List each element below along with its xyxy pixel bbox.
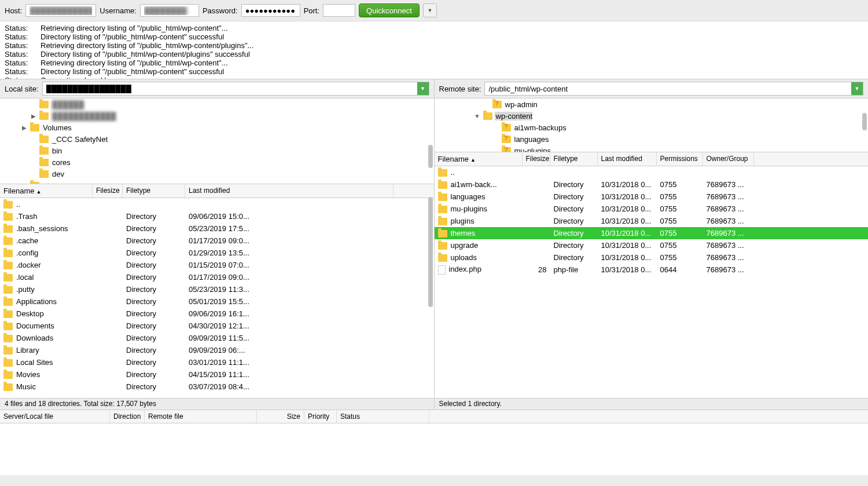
file-row[interactable]: Local SitesDirectory03/01/2019 11:1...: [0, 356, 434, 368]
tree-item[interactable]: ▶bin: [0, 145, 434, 156]
remote-site-input[interactable]: [485, 82, 851, 95]
tree-item-label: _CCC SafetyNet: [51, 135, 108, 144]
chevron-down-icon: ▼: [427, 8, 432, 13]
col-priority[interactable]: Priority: [304, 410, 337, 423]
scrollbar-thumb[interactable]: [862, 113, 867, 130]
file-row[interactable]: ..: [0, 198, 434, 210]
local-tree[interactable]: ▶██████▶████████████▶Volumes▶_CCC Safety…: [0, 98, 434, 184]
file-row[interactable]: pluginsDirectory10/31/2018 0...075576896…: [435, 215, 869, 227]
local-site-input[interactable]: [43, 82, 417, 95]
col-filename[interactable]: Filename▲: [435, 152, 523, 166]
tree-item[interactable]: ▶wp-admin: [435, 98, 869, 110]
col-filetype[interactable]: Filetype: [550, 152, 598, 166]
tree-item[interactable]: ▶languages: [435, 133, 869, 145]
file-row[interactable]: DesktopDirectory09/06/2019 16:1...: [0, 308, 434, 320]
col-filesize[interactable]: Filesize: [523, 152, 550, 166]
col-direction[interactable]: Direction: [110, 410, 145, 423]
username-input[interactable]: [140, 4, 199, 17]
col-status[interactable]: Status: [337, 410, 429, 423]
password-input[interactable]: [241, 4, 300, 17]
quickconnect-history-dropdown[interactable]: ▼: [423, 3, 437, 17]
folder-icon: [3, 201, 13, 209]
log-message: Retrieving directory listing of "/public…: [41, 59, 228, 67]
port-label: Port:: [304, 6, 319, 15]
host-input[interactable]: [25, 4, 96, 17]
tree-item[interactable]: ▶mu-plugins: [435, 145, 869, 152]
cell-filetype: Directory: [550, 179, 598, 190]
remote-tree[interactable]: ▶wp-admin▼wp-content▶ai1wm-backups▶langu…: [435, 98, 869, 152]
folder-icon: [3, 262, 13, 269]
file-row[interactable]: .localDirectory01/17/2019 09:0...: [0, 271, 434, 283]
scrollbar-thumb[interactable]: [428, 145, 433, 168]
tree-item[interactable]: ▶cores: [0, 156, 434, 168]
port-input[interactable]: [323, 4, 355, 17]
file-row[interactable]: .puttyDirectory05/23/2019 11:3...: [0, 283, 434, 295]
cell-filetype: Directory: [550, 203, 598, 214]
tree-item[interactable]: ▶Volumes: [0, 122, 434, 133]
cell-filename: .docker: [0, 260, 93, 271]
local-file-list[interactable]: Filename▲ Filesize Filetype Last modifie…: [0, 184, 434, 398]
file-row[interactable]: languagesDirectory10/31/2018 0...0755768…: [435, 191, 869, 203]
file-row[interactable]: ai1wm-back...Directory10/31/2018 0...075…: [435, 178, 869, 191]
col-filetype[interactable]: Filetype: [123, 184, 185, 198]
tree-item[interactable]: ▶████████████: [0, 110, 434, 122]
tree-item-label: ai1wm-backups: [513, 123, 567, 132]
chevron-down-icon[interactable]: ▼: [474, 113, 481, 119]
file-row[interactable]: index.php28php-file10/31/2018 0...064476…: [435, 264, 869, 276]
tree-item[interactable]: ▶dev: [0, 168, 434, 180]
quickconnect-button[interactable]: Quickconnect: [359, 3, 420, 17]
tree-item[interactable]: ▶ai1wm-backups: [435, 122, 869, 133]
cell-modified: 04/30/2019 12:1...: [185, 320, 393, 331]
col-filename[interactable]: Filename▲: [0, 184, 93, 198]
col-server-local[interactable]: Server/Local file: [0, 410, 110, 423]
local-site-dropdown[interactable]: ▼: [417, 82, 429, 95]
transfer-queue[interactable]: Server/Local file Direction Remote file …: [0, 410, 868, 475]
cell-modified: [185, 203, 393, 206]
cell-filesize: [523, 196, 550, 198]
file-row[interactable]: MusicDirectory03/07/2019 08:4...: [0, 381, 434, 393]
col-filesize[interactable]: Filesize: [93, 184, 123, 198]
sort-asc-icon: ▲: [36, 189, 41, 195]
cell-modified: 09/06/2019 15:0...: [185, 211, 393, 222]
file-row[interactable]: DownloadsDirectory09/09/2019 11:5...: [0, 332, 434, 344]
remote-file-list[interactable]: Filename▲ Filesize Filetype Last modifie…: [435, 152, 869, 398]
file-row[interactable]: DocumentsDirectory04/30/2019 12:1...: [0, 320, 434, 332]
file-row[interactable]: ..: [435, 166, 869, 178]
file-row[interactable]: .cacheDirectory01/17/2019 09:0...: [0, 235, 434, 247]
chevron-right-icon[interactable]: ▶: [30, 113, 37, 119]
cell-filetype: Directory: [123, 369, 185, 380]
remote-site-dropdown[interactable]: ▼: [851, 82, 863, 95]
message-log[interactable]: Status:Retrieving directory listing of "…: [0, 21, 868, 79]
cell-filetype: Directory: [550, 215, 598, 226]
tree-item-label: cores: [51, 158, 71, 167]
col-remote-file[interactable]: Remote file: [145, 410, 257, 423]
scrollbar-thumb[interactable]: [428, 197, 433, 307]
chevron-right-icon[interactable]: ▶: [21, 125, 28, 131]
file-row[interactable]: mu-pluginsDirectory10/31/2018 0...075576…: [435, 203, 869, 215]
file-row[interactable]: upgradeDirectory10/31/2018 0...075576896…: [435, 239, 869, 251]
tree-item[interactable]: ▼wp-content: [435, 110, 869, 122]
cell-filesize: [523, 220, 550, 222]
tree-item[interactable]: ▶etc: [0, 180, 434, 184]
file-row[interactable]: MoviesDirectory04/15/2019 11:1...: [0, 368, 434, 381]
col-modified[interactable]: Last modified: [598, 152, 657, 166]
cell-owner: 7689673 ...: [703, 215, 754, 226]
col-owner[interactable]: Owner/Group: [703, 152, 754, 166]
tree-item[interactable]: ▶_CCC SafetyNet: [0, 133, 434, 145]
host-label: Host:: [5, 6, 22, 15]
cell-modified: 09/06/2019 16:1...: [185, 308, 393, 319]
col-size[interactable]: Size: [257, 410, 304, 423]
file-row[interactable]: .TrashDirectory09/06/2019 15:0...: [0, 210, 434, 222]
file-row[interactable]: LibraryDirectory09/09/2019 06:...: [0, 344, 434, 356]
col-modified[interactable]: Last modified: [185, 184, 393, 198]
tree-item[interactable]: ▶██████: [0, 98, 434, 110]
cell-modified: 10/31/2018 0...: [598, 215, 657, 226]
file-row[interactable]: .configDirectory01/29/2019 13:5...: [0, 247, 434, 259]
col-permissions[interactable]: Permissions: [657, 152, 703, 166]
file-row[interactable]: ApplicationsDirectory05/01/2019 15:5...: [0, 295, 434, 308]
file-row[interactable]: .bash_sessionsDirectory05/23/2019 17:5..…: [0, 222, 434, 235]
file-row[interactable]: .dockerDirectory01/15/2019 07:0...: [0, 259, 434, 271]
file-row[interactable]: uploadsDirectory10/31/2018 0...075576896…: [435, 251, 869, 264]
cell-filetype: Directory: [123, 332, 185, 344]
file-row[interactable]: themesDirectory10/31/2018 0...0755768967…: [435, 227, 869, 239]
